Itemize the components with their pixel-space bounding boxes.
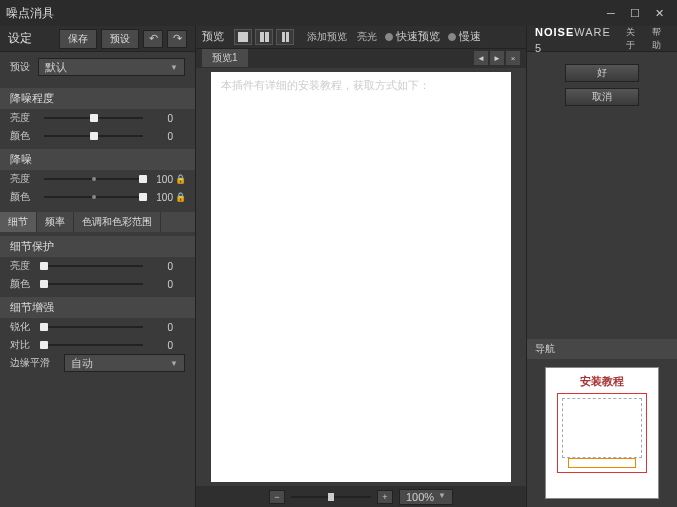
noise-level-header: 降噪程度 bbox=[0, 88, 195, 109]
redo-icon[interactable]: ↷ bbox=[167, 30, 187, 48]
detail-tabs: 细节 频率 色调和色彩范围 bbox=[0, 212, 195, 232]
tab-next-icon[interactable]: ► bbox=[490, 51, 504, 65]
noise-reduce-header: 降噪 bbox=[0, 149, 195, 170]
add-preview-link[interactable]: 添加预览 bbox=[307, 30, 347, 44]
navigator-header: 导航 bbox=[527, 339, 677, 359]
detail-protect-header: 细节保护 bbox=[0, 236, 195, 257]
about-link[interactable]: 关于 bbox=[626, 26, 643, 52]
contrast-slider[interactable]: 对比 0 bbox=[0, 336, 195, 354]
preset-button[interactable]: 预设 bbox=[101, 29, 139, 49]
protect-luminance-slider[interactable]: 亮度 0 bbox=[0, 257, 195, 275]
zoom-bar: − + 100%▼ bbox=[196, 486, 526, 507]
preview-panel: 预览 添加预览 亮光 快速预览 慢速 预览1 ◄ ► × 本插件有详细的安装教程… bbox=[195, 26, 527, 507]
edge-smooth-select[interactable]: 自动 ▼ bbox=[64, 354, 185, 372]
preset-select[interactable]: 默认 ▼ bbox=[38, 58, 185, 76]
view-split-h-icon[interactable] bbox=[255, 29, 273, 45]
minimize-button[interactable]: ─ bbox=[599, 1, 623, 25]
undo-icon[interactable]: ↶ bbox=[143, 30, 163, 48]
view-single-icon[interactable] bbox=[234, 29, 252, 45]
zoom-out-button[interactable]: − bbox=[269, 490, 285, 504]
tab-frequency[interactable]: 频率 bbox=[37, 212, 74, 232]
color-slider[interactable]: 颜色 0 bbox=[0, 127, 195, 145]
preview-canvas[interactable]: 本插件有详细的安装教程，获取方式如下： bbox=[196, 68, 526, 486]
navigator-thumbnail[interactable]: 安装教程 bbox=[545, 367, 659, 499]
document-tabs: 预览1 ◄ ► × bbox=[196, 49, 526, 68]
close-button[interactable]: ✕ bbox=[647, 1, 671, 25]
right-panel: NOISEWARE 5 关于 帮助 好 取消 导航 安装教程 bbox=[527, 26, 677, 507]
maximize-button[interactable]: ☐ bbox=[623, 1, 647, 25]
slow-preview-radio[interactable]: 慢速 bbox=[448, 29, 481, 44]
luminance-slider[interactable]: 亮度 0 bbox=[0, 109, 195, 127]
tab-tone-color-range[interactable]: 色调和色彩范围 bbox=[74, 212, 161, 232]
window-title: 噪点消具 bbox=[6, 5, 599, 22]
lock-icon[interactable]: 🔒 bbox=[175, 174, 185, 184]
color2-slider[interactable]: 颜色 100🔒 bbox=[0, 188, 195, 206]
brand-header: NOISEWARE 5 关于 帮助 bbox=[527, 26, 677, 52]
settings-panel: 设定 保存 预设 ↶ ↷ 预设 默认 ▼ 降噪程度 亮度 0 颜色 0 bbox=[0, 26, 195, 507]
view-split-v-icon[interactable] bbox=[276, 29, 294, 45]
edge-smooth-label: 边缘平滑 bbox=[10, 356, 58, 370]
highlight-link[interactable]: 亮光 bbox=[357, 30, 377, 44]
tab-close-icon[interactable]: × bbox=[506, 51, 520, 65]
chevron-down-icon: ▼ bbox=[170, 359, 178, 368]
preset-label: 预设 bbox=[10, 60, 38, 74]
zoom-in-button[interactable]: + bbox=[377, 490, 393, 504]
tab-prev-icon[interactable]: ◄ bbox=[474, 51, 488, 65]
protect-color-slider[interactable]: 颜色 0 bbox=[0, 275, 195, 293]
settings-header: 设定 保存 预设 ↶ ↷ bbox=[0, 26, 195, 52]
save-preset-button[interactable]: 保存 bbox=[59, 29, 97, 49]
detail-enhance-header: 细节增强 bbox=[0, 297, 195, 318]
lock-icon[interactable]: 🔒 bbox=[175, 192, 185, 202]
help-link[interactable]: 帮助 bbox=[652, 26, 669, 52]
preview-tab-1[interactable]: 预览1 bbox=[202, 49, 248, 67]
luminance2-slider[interactable]: 亮度 100🔒 bbox=[0, 170, 195, 188]
zoom-slider[interactable] bbox=[291, 496, 371, 498]
sharpen-slider[interactable]: 锐化 0 bbox=[0, 318, 195, 336]
preview-header: 预览 添加预览 亮光 快速预览 慢速 bbox=[196, 26, 526, 49]
preview-title: 预览 bbox=[202, 29, 224, 44]
fast-preview-radio[interactable]: 快速预览 bbox=[385, 29, 440, 44]
brand-logo: NOISEWARE 5 bbox=[535, 23, 616, 55]
settings-title: 设定 bbox=[8, 30, 32, 47]
document-page: 本插件有详细的安装教程，获取方式如下： bbox=[211, 72, 511, 482]
zoom-select[interactable]: 100%▼ bbox=[399, 489, 453, 505]
chevron-down-icon: ▼ bbox=[170, 63, 178, 72]
tab-detail[interactable]: 细节 bbox=[0, 212, 37, 232]
cancel-button[interactable]: 取消 bbox=[565, 88, 639, 106]
apply-button[interactable]: 好 bbox=[565, 64, 639, 82]
